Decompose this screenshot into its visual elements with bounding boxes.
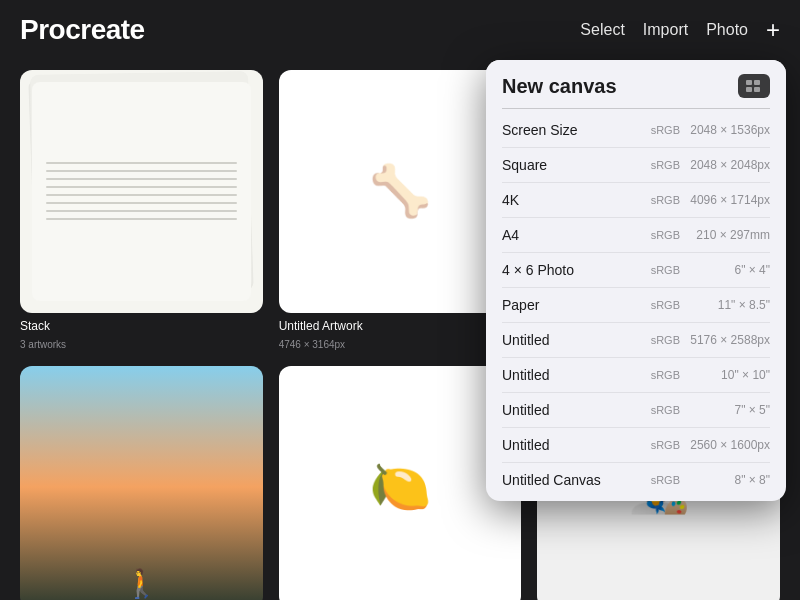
canvas-list-item[interactable]: 4K sRGB 4096 × 1714px: [486, 183, 786, 217]
canvas-dimensions: 2560 × 1600px: [690, 438, 770, 452]
app-title: Procreate: [20, 14, 145, 46]
new-canvas-panel: New canvas Screen Size sRGB 2048 × 1536p…: [486, 60, 786, 501]
canvas-list-item[interactable]: Square sRGB 2048 × 2048px: [486, 148, 786, 182]
list-item[interactable]: 🚶 Untitled Artwork 1804 × 1149px: [20, 366, 263, 600]
canvas-dimensions: 4096 × 1714px: [690, 193, 770, 207]
canvas-name: Untitled Canvas: [502, 472, 651, 488]
canvas-color-space: sRGB: [651, 194, 680, 206]
canvas-name: Untitled: [502, 332, 651, 348]
canvas-name: Untitled: [502, 402, 651, 418]
canvas-dimensions: 7" × 5": [690, 403, 770, 417]
canvas-dimensions: 2048 × 2048px: [690, 158, 770, 172]
canvas-list-item[interactable]: Paper sRGB 11" × 8.5": [486, 288, 786, 322]
panel-header: New canvas: [486, 60, 786, 108]
artwork-thumbnail: 🦴: [279, 70, 522, 313]
lemon-art: 🍋: [279, 366, 522, 600]
canvas-name: A4: [502, 227, 651, 243]
select-button[interactable]: Select: [580, 21, 624, 39]
canvas-dimensions: 2048 × 1536px: [690, 123, 770, 137]
canvas-name: Untitled: [502, 437, 651, 453]
canvas-color-space: sRGB: [651, 334, 680, 346]
panel-icon-button[interactable]: [738, 74, 770, 98]
svg-rect-3: [754, 87, 760, 92]
canvas-list-item[interactable]: Screen Size sRGB 2048 × 1536px: [486, 113, 786, 147]
canvas-dimensions: 5176 × 2588px: [690, 333, 770, 347]
canvas-list-item[interactable]: Untitled Canvas sRGB 8" × 8": [486, 463, 786, 497]
canvas-color-space: sRGB: [651, 264, 680, 276]
artwork-label: Stack: [20, 319, 263, 333]
canvas-dimensions: 10" × 10": [690, 368, 770, 382]
canvas-name: Paper: [502, 297, 651, 313]
app-header: Procreate Select Import Photo +: [0, 0, 800, 60]
stack-thumbnail: [20, 70, 263, 313]
canvas-dimensions: 6" × 4": [690, 263, 770, 277]
new-canvas-button[interactable]: +: [766, 18, 780, 42]
artwork-size: 4746 × 3164px: [279, 339, 522, 350]
skull-art: 🦴: [279, 70, 522, 313]
canvas-dimensions: 11" × 8.5": [690, 298, 770, 312]
list-item[interactable]: 🍋 Untitled Artwork 2048 × 1586px: [279, 366, 522, 600]
canvas-name: 4 × 6 Photo: [502, 262, 651, 278]
artwork-size: 3 artworks: [20, 339, 263, 350]
sunset-art: 🚶: [20, 366, 263, 600]
list-item[interactable]: 🦴 Untitled Artwork 4746 × 3164px: [279, 70, 522, 350]
svg-rect-0: [746, 80, 752, 85]
header-actions: Select Import Photo +: [580, 18, 780, 42]
canvas-list-item[interactable]: A4 sRGB 210 × 297mm: [486, 218, 786, 252]
canvas-color-space: sRGB: [651, 229, 680, 241]
list-item[interactable]: Stack 3 artworks: [20, 70, 263, 350]
canvas-name: Square: [502, 157, 651, 173]
canvas-list-item[interactable]: Untitled sRGB 10" × 10": [486, 358, 786, 392]
canvas-list-item[interactable]: 4 × 6 Photo sRGB 6" × 4": [486, 253, 786, 287]
canvas-list: Screen Size sRGB 2048 × 1536px Square sR…: [486, 109, 786, 501]
canvas-color-space: sRGB: [651, 159, 680, 171]
canvas-dimensions: 210 × 297mm: [690, 228, 770, 242]
artwork-thumbnail: 🚶: [20, 366, 263, 600]
canvas-color-space: sRGB: [651, 474, 680, 486]
import-button[interactable]: Import: [643, 21, 688, 39]
grid-icon: [746, 80, 762, 92]
artwork-thumbnail: 🍋: [279, 366, 522, 600]
canvas-dimensions: 8" × 8": [690, 473, 770, 487]
canvas-color-space: sRGB: [651, 124, 680, 136]
artwork-label: Untitled Artwork: [279, 319, 522, 333]
canvas-color-space: sRGB: [651, 439, 680, 451]
svg-rect-1: [754, 80, 760, 85]
panel-title: New canvas: [502, 75, 617, 98]
svg-rect-2: [746, 87, 752, 92]
canvas-list-item[interactable]: Untitled sRGB 7" × 5": [486, 393, 786, 427]
canvas-list-item[interactable]: Untitled sRGB 5176 × 2588px: [486, 323, 786, 357]
canvas-color-space: sRGB: [651, 369, 680, 381]
photo-button[interactable]: Photo: [706, 21, 748, 39]
canvas-name: 4K: [502, 192, 651, 208]
canvas-color-space: sRGB: [651, 404, 680, 416]
canvas-name: Untitled: [502, 367, 651, 383]
canvas-list-item[interactable]: Untitled sRGB 2560 × 1600px: [486, 428, 786, 462]
stack-layer-main: [32, 82, 250, 300]
canvas-name: Screen Size: [502, 122, 651, 138]
canvas-color-space: sRGB: [651, 299, 680, 311]
